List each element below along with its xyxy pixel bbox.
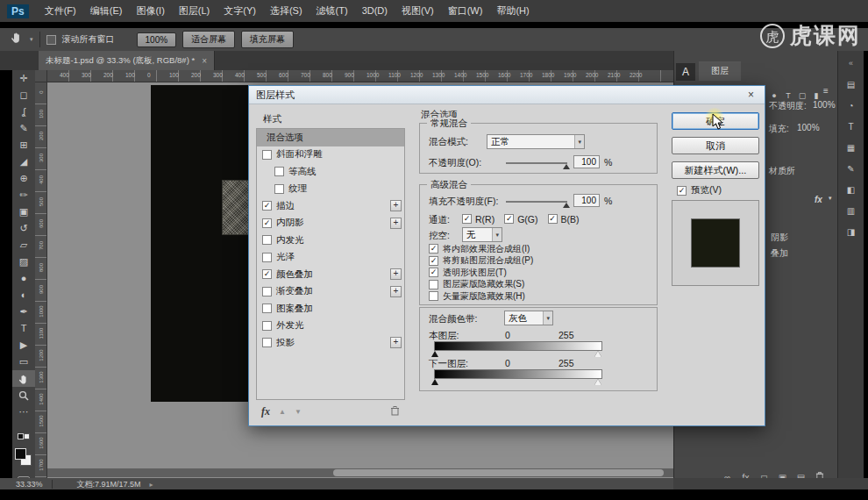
character-panel-icon[interactable]: A: [676, 63, 695, 81]
preview-option[interactable]: ✓ 预览(V): [677, 184, 722, 196]
panel-icon[interactable]: ✎: [843, 161, 860, 177]
channel-checkbox[interactable]: ✓: [548, 214, 558, 224]
style-item[interactable]: 混合选项: [257, 129, 404, 146]
blend-if-handle[interactable]: [594, 351, 601, 357]
advanced-option[interactable]: ✓将剪贴图层混合成组(P): [429, 255, 533, 268]
dialog-title-bar[interactable]: 图层样式 ×: [249, 86, 765, 104]
move-down-icon[interactable]: ▼: [295, 408, 302, 416]
menu-item[interactable]: 3D(D): [355, 0, 395, 22]
delete-effect-icon[interactable]: [390, 405, 400, 418]
style-item[interactable]: 斜面和浮雕: [257, 146, 404, 164]
style-checkbox[interactable]: [262, 235, 272, 245]
fill-opacity-slider[interactable]: [506, 201, 567, 203]
hand-tool[interactable]: [12, 370, 35, 387]
zoom-tool[interactable]: [12, 387, 35, 404]
style-checkbox[interactable]: [274, 184, 284, 194]
style-item[interactable]: 外发光: [257, 318, 404, 335]
effect-item[interactable]: 阴影: [771, 232, 788, 244]
fill-screen-button[interactable]: 填充屏幕: [241, 31, 294, 48]
style-item[interactable]: 内发光: [257, 232, 404, 249]
advanced-option[interactable]: ✓透明形状图层(T): [429, 267, 533, 279]
eyedropper-tool[interactable]: ◢: [12, 154, 35, 170]
style-item[interactable]: 渐变叠加+: [257, 283, 404, 301]
dodge-tool[interactable]: ◐: [12, 287, 35, 304]
option-checkbox[interactable]: ✓: [429, 256, 438, 266]
menu-item[interactable]: 图像(I): [129, 0, 171, 22]
add-effect-button[interactable]: +: [390, 218, 402, 229]
blend-if-handle[interactable]: [431, 379, 438, 385]
brush-tool[interactable]: ✏: [12, 187, 35, 204]
zoom-100-button[interactable]: 100%: [137, 32, 177, 47]
tab-layers[interactable]: 图层: [699, 61, 741, 81]
style-item[interactable]: 等高线: [257, 163, 404, 181]
panel-icon[interactable]: ▦: [843, 139, 860, 156]
marquee-tool[interactable]: ◻: [12, 87, 35, 104]
channel-checkbox[interactable]: ✓: [462, 214, 472, 224]
knockout-select[interactable]: 无 ▾: [462, 227, 502, 242]
panel-icon[interactable]: ◨: [843, 224, 860, 240]
pen-tool[interactable]: ✒: [12, 304, 35, 320]
scroll-all-windows-checkbox[interactable]: [46, 35, 56, 45]
blend-if-select[interactable]: 灰色 ▾: [504, 311, 553, 325]
channel-option[interactable]: ✓B(B): [548, 214, 580, 225]
layers-opacity-value[interactable]: 100%: [813, 100, 836, 110]
crop-tool[interactable]: ⊞: [12, 137, 35, 154]
add-effect-button[interactable]: +: [390, 337, 402, 348]
style-checkbox[interactable]: [262, 150, 272, 160]
path-selection-tool[interactable]: ▶: [12, 337, 35, 354]
menu-item[interactable]: 图层(L): [172, 0, 217, 22]
panel-menu-icon[interactable]: ≡: [823, 86, 829, 96]
add-effect-button[interactable]: +: [390, 286, 402, 297]
more-tools[interactable]: ⋯: [12, 404, 35, 420]
close-tab-icon[interactable]: ×: [202, 56, 207, 66]
style-item[interactable]: ✓内阴影+: [257, 215, 404, 232]
menu-item[interactable]: 文字(Y): [217, 0, 263, 22]
advanced-option[interactable]: 图层蒙版隐藏效果(S): [429, 279, 533, 291]
zoom-level[interactable]: 33.33%: [16, 480, 43, 489]
fill-opacity-value[interactable]: 100: [573, 194, 600, 207]
style-item[interactable]: 纹理: [257, 181, 404, 198]
style-checkbox[interactable]: ✓: [262, 201, 272, 211]
option-checkbox[interactable]: ✓: [429, 268, 438, 277]
tool-dropdown-arrow-icon[interactable]: ▾: [30, 36, 33, 43]
blend-mode-select[interactable]: 正常 ▾: [487, 134, 585, 149]
fit-screen-button[interactable]: 适合屏幕: [182, 31, 235, 48]
style-item[interactable]: ✓颜色叠加+: [257, 266, 404, 283]
menu-item[interactable]: 滤镜(T): [309, 0, 355, 22]
filter-icon[interactable]: T: [781, 91, 795, 100]
fx-expander-icon[interactable]: ▾: [829, 195, 832, 202]
layer-name[interactable]: 材质所: [769, 165, 795, 177]
shape-tool[interactable]: ▭: [12, 354, 35, 370]
menu-item[interactable]: 窗口(W): [441, 0, 490, 22]
quick-selection-tool[interactable]: ✎: [12, 120, 35, 137]
healing-brush-tool[interactable]: ⊕: [12, 170, 35, 187]
horizontal-scrollbar[interactable]: [47, 468, 673, 477]
menu-item[interactable]: 帮助(H): [489, 0, 536, 22]
texture-sample[interactable]: [222, 180, 250, 235]
advanced-option[interactable]: ✓将内部效果混合成组(I): [429, 243, 533, 255]
filter-icon[interactable]: ●: [767, 91, 781, 100]
filter-icon[interactable]: ▮: [809, 91, 823, 100]
add-effect-button[interactable]: +: [390, 200, 402, 211]
channel-option[interactable]: ✓R(R): [462, 214, 494, 225]
style-checkbox[interactable]: ✓: [262, 269, 272, 279]
layers-fill-value[interactable]: 100%: [797, 123, 820, 132]
menu-item[interactable]: 编辑(E): [83, 0, 130, 22]
status-arrow-icon[interactable]: ▸: [150, 481, 153, 489]
style-item[interactable]: 光泽: [257, 249, 404, 267]
underlying-layer-gradient[interactable]: [434, 369, 602, 379]
panel-icon[interactable]: T: [843, 118, 860, 135]
new-style-button[interactable]: 新建样式(W)...: [672, 161, 759, 179]
type-tool[interactable]: T: [12, 320, 35, 337]
history-brush-tool[interactable]: ↺: [12, 220, 35, 237]
effect-item[interactable]: 叠加: [771, 247, 788, 260]
style-item[interactable]: 投影+: [257, 334, 404, 352]
option-checkbox[interactable]: ✓: [429, 244, 438, 254]
clone-stamp-tool[interactable]: ▣: [12, 204, 35, 220]
panel-icon[interactable]: ▤: [843, 76, 860, 93]
blend-if-handle[interactable]: [594, 379, 601, 385]
layer-fx-badge[interactable]: fx: [815, 195, 822, 204]
menu-item[interactable]: 文件(F): [38, 0, 83, 22]
style-checkbox[interactable]: [262, 287, 272, 296]
option-checkbox[interactable]: [429, 280, 438, 289]
